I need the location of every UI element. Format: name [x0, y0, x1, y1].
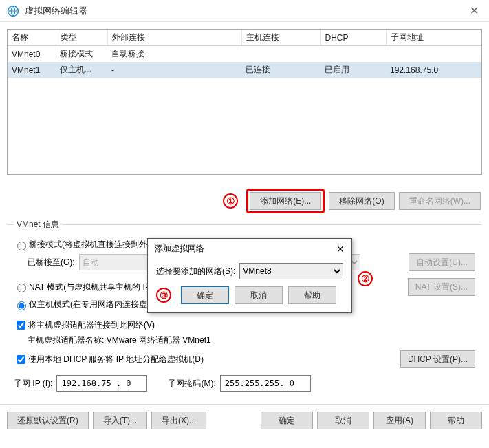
annotation-1: ① — [223, 193, 238, 209]
help-button[interactable]: 帮助 — [430, 412, 482, 429]
bridge-radio[interactable] — [17, 242, 26, 250]
subnet-mask-label: 子网掩码(M): — [168, 378, 215, 390]
dialog-help-button[interactable]: 帮助 — [288, 286, 336, 304]
auto-settings-button[interactable]: 自动设置(U)... — [409, 253, 475, 271]
dialog-ok-button[interactable]: 确定 — [181, 286, 229, 304]
dialog-network-select[interactable]: VMnet8 — [239, 263, 343, 279]
app-icon — [7, 5, 19, 17]
cancel-button[interactable]: 取消 — [317, 412, 369, 429]
apply-button[interactable]: 应用(A) — [373, 412, 426, 429]
col-subnet[interactable]: 子网地址 — [386, 30, 481, 46]
close-icon[interactable]: ✕ — [466, 4, 482, 17]
add-network-button[interactable]: 添加网络(E)... — [250, 192, 321, 210]
import-button[interactable]: 导入(T)... — [93, 412, 147, 429]
nat-settings-button[interactable]: NAT 设置(S)... — [408, 278, 475, 296]
dhcp-settings-button[interactable]: DHCP 设置(P)... — [400, 350, 475, 368]
rename-network-button[interactable]: 重命名网络(W)... — [399, 192, 481, 210]
adapter-name: 主机虚拟适配器名称: VMware 网络适配器 VMnet1 — [28, 334, 211, 346]
export-button[interactable]: 导出(X)... — [151, 412, 206, 429]
use-dhcp-checkbox[interactable] — [17, 355, 25, 364]
annotation-3: ③ — [156, 288, 171, 303]
col-name[interactable]: 名称 — [8, 30, 56, 46]
window-title: 虚拟网络编辑器 — [25, 5, 466, 17]
col-host[interactable]: 主机连接 — [241, 30, 320, 46]
col-type[interactable]: 类型 — [56, 30, 107, 46]
bottom-bar: 还原默认设置(R) 导入(T)... 导出(X)... 确定 取消 应用(A) … — [0, 404, 489, 436]
nat-radio[interactable] — [17, 284, 26, 292]
ok-button[interactable]: 确定 — [261, 412, 313, 429]
connect-host-label: 将主机虚拟适配器连接到此网络(V) — [28, 319, 155, 331]
table-row[interactable]: VMnet1 仅主机... - 已连接 已启用 192.168.75.0 — [8, 62, 481, 78]
add-network-dialog: 添加虚拟网络 ✕ 选择要添加的网络(S): VMnet8 ③ 确定 取消 帮助 — [147, 238, 352, 313]
remove-network-button[interactable]: 移除网络(O) — [329, 192, 394, 210]
bridge-to-label: 已桥接至(G): — [28, 257, 75, 268]
vmnet-info-legend: VMnet 信息 — [14, 219, 62, 231]
titlebar: 虚拟网络编辑器 ✕ — [0, 0, 489, 22]
dialog-cancel-button[interactable]: 取消 — [235, 286, 283, 304]
dialog-select-label: 选择要添加的网络(S): — [156, 266, 235, 277]
annotation-2: ② — [358, 271, 373, 286]
annotation-frame-1: 添加网络(E)... — [246, 189, 325, 213]
subnet-ip-label: 子网 IP (I): — [14, 378, 52, 390]
dialog-title: 添加虚拟网络 — [155, 243, 204, 255]
restore-button[interactable]: 还原默认设置(R) — [7, 412, 89, 429]
hostonly-radio[interactable] — [17, 301, 26, 310]
dialog-close-icon[interactable]: ✕ — [336, 244, 345, 255]
subnet-mask-input[interactable] — [220, 375, 311, 392]
network-table[interactable]: 名称 类型 外部连接 主机连接 DHCP 子网地址 VMnet0 桥接模式 自动… — [7, 29, 482, 175]
connect-host-checkbox[interactable] — [17, 321, 25, 330]
subnet-ip-input[interactable] — [56, 375, 147, 392]
table-row[interactable]: VMnet0 桥接模式 自动桥接 — [8, 46, 481, 63]
col-dhcp[interactable]: DHCP — [320, 30, 386, 46]
use-dhcp-label: 使用本地 DHCP 服务将 IP 地址分配给虚拟机(D) — [28, 354, 204, 365]
col-ext[interactable]: 外部连接 — [107, 30, 241, 46]
